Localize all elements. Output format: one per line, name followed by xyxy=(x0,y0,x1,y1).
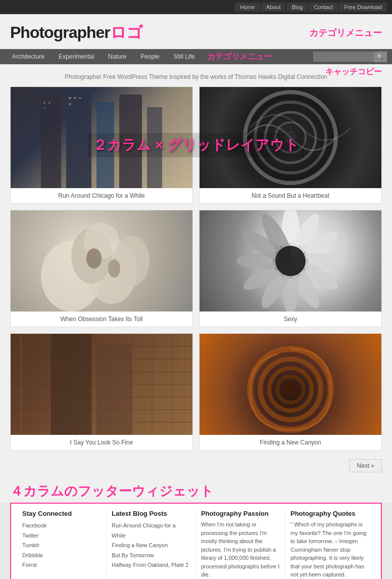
widget-2-links: Run Around Chicago for a While Finding a… xyxy=(112,520,190,570)
nav-home[interactable]: Home xyxy=(235,3,260,12)
cat-nature[interactable]: Nature xyxy=(101,49,133,64)
catchcopy-annotation: キャッチコピー xyxy=(325,67,382,77)
widget-3-text: When I'm not taking or processing the pi… xyxy=(201,520,280,579)
blog-post-4[interactable]: Halfway From Oakland, Plate 2 xyxy=(112,562,188,568)
footer-widgets: Stay Connected Facebook Twitter Tumblr D… xyxy=(10,503,382,579)
photo-6-svg xyxy=(200,334,381,435)
photo-caption-3: When Obsession Takes Its Toll xyxy=(11,311,192,327)
tagline-text: Photographer Free WordPress Theme inspir… xyxy=(65,73,327,80)
svg-point-24 xyxy=(108,259,120,278)
main-content: Photographer Free WordPress Theme inspir… xyxy=(0,64,392,482)
photo-caption-5: I Say You Look So Fine xyxy=(11,435,192,450)
photo-card-4[interactable]: Sexy xyxy=(199,210,382,327)
social-dribbble[interactable]: Dribbble xyxy=(22,552,43,558)
blog-post-3[interactable]: But By Tomorrow xyxy=(112,552,154,558)
nav-about[interactable]: About xyxy=(261,3,286,12)
footer-widget-stay-connected: Stay Connected Facebook Twitter Tumblr D… xyxy=(17,510,107,579)
svg-rect-57 xyxy=(96,344,132,435)
search-input[interactable] xyxy=(313,52,374,62)
tagline: Photographer Free WordPress Theme inspir… xyxy=(10,69,382,86)
logo-text-highlight: ロゴ xyxy=(110,23,142,41)
photo-thumb-2 xyxy=(200,87,381,188)
category-nav: Architecture Experimental Nature People … xyxy=(0,49,392,64)
svg-rect-56 xyxy=(51,334,91,435)
photo-card-6[interactable]: Finding a New Canyon xyxy=(199,333,382,451)
footer-widget-quotes: Photography Quotes " Which of my photogr… xyxy=(285,510,375,579)
svg-point-23 xyxy=(86,248,102,269)
search-button[interactable]: 🔍 xyxy=(374,52,387,62)
photo-thumb-3 xyxy=(11,210,192,311)
cat-experimental[interactable]: Experimental xyxy=(52,49,101,64)
svg-point-62 xyxy=(283,382,298,396)
site-logo: Photographerロゴ xyxy=(10,22,142,44)
photo-card-1[interactable]: Run Around Chicago for a While xyxy=(10,86,193,204)
blog-post-1[interactable]: Run Around Chicago for a While xyxy=(112,522,176,539)
cat-people[interactable]: People xyxy=(133,49,166,64)
photo-4-svg xyxy=(200,210,381,311)
footer-widget-blog-posts: Latest Blog Posts Run Around Chicago for… xyxy=(107,510,196,579)
social-tumblr[interactable]: Tumblr xyxy=(22,542,39,548)
photo-grid-row2: When Obsession Takes Its Toll xyxy=(10,210,382,327)
footer-annotation-bar: ４カラムのフッターウィジェット xyxy=(0,482,392,503)
photo-card-2[interactable]: Not a Sound But a Heartbeat xyxy=(199,86,382,204)
nav-contact[interactable]: Contact xyxy=(309,3,338,12)
widget-3-title: Photography Passion xyxy=(201,510,280,517)
next-button[interactable]: Next » xyxy=(349,459,382,472)
blog-post-2[interactable]: Finding a New Canyon xyxy=(112,542,168,548)
nav-free-download[interactable]: Free Download xyxy=(339,3,387,12)
photo-2-svg xyxy=(200,87,381,188)
search-box: 🔍 xyxy=(313,52,387,62)
photo-thumb-4 xyxy=(200,210,381,311)
photo-3-svg xyxy=(11,210,192,311)
widget-4-title: Photography Quotes xyxy=(290,510,370,517)
cat-architecture[interactable]: Architecture xyxy=(5,49,52,64)
header-annotation: カテゴリメニュー xyxy=(309,27,382,39)
widget-2-title: Latest Blog Posts xyxy=(112,510,190,517)
pagination: Next » xyxy=(10,457,382,477)
widget-1-title: Stay Connected xyxy=(22,510,101,517)
photo-caption-6: Finding a New Canyon xyxy=(200,435,381,450)
cat-nav-annotation: カテゴリメニュー xyxy=(207,52,272,62)
footer-widget-passion: Photography Passion When I'm not taking … xyxy=(196,510,285,579)
top-nav: Home About Blog Contact Free Download xyxy=(0,0,392,14)
photo-grid-row3: I Say You Look So Fine Finding a New Can… xyxy=(10,333,382,451)
footer-annotation-text: ４カラムのフッターウィジェット xyxy=(10,482,382,500)
photo-5-svg xyxy=(11,334,192,435)
nav-blog[interactable]: Blog xyxy=(286,3,308,12)
photo-grid-row1: ２カラム × グリッドレイアウト xyxy=(10,86,382,204)
photo-caption-2: Not a Sound But a Heartbeat xyxy=(200,188,381,203)
svg-rect-12 xyxy=(11,87,192,188)
photo-thumb-6 xyxy=(200,334,381,435)
social-forrst[interactable]: Forrst xyxy=(22,562,37,568)
photo-caption-1: Run Around Chicago for a While xyxy=(11,188,192,203)
social-facebook[interactable]: Facebook xyxy=(22,522,46,528)
svg-point-38 xyxy=(275,246,306,276)
site-header: Photographerロゴ カテゴリメニュー xyxy=(0,14,392,49)
photo-card-3[interactable]: When Obsession Takes Its Toll xyxy=(10,210,193,327)
photo-thumb-5 xyxy=(11,334,192,435)
svg-point-22 xyxy=(114,236,150,286)
widget-4-text: " Which of my photographs is my favorite… xyxy=(290,520,370,579)
widget-1-links: Facebook Twitter Tumblr Dribbble Forrst xyxy=(22,520,101,570)
social-twitter[interactable]: Twitter xyxy=(22,532,38,539)
photo-thumb-1 xyxy=(11,87,192,188)
photo-card-5[interactable]: I Say You Look So Fine xyxy=(10,333,193,451)
photo-caption-4: Sexy xyxy=(200,311,381,327)
logo-text-main: Photographer xyxy=(10,23,110,41)
photo-1-svg xyxy=(11,87,192,188)
cat-still-life[interactable]: Still Life xyxy=(166,49,202,64)
